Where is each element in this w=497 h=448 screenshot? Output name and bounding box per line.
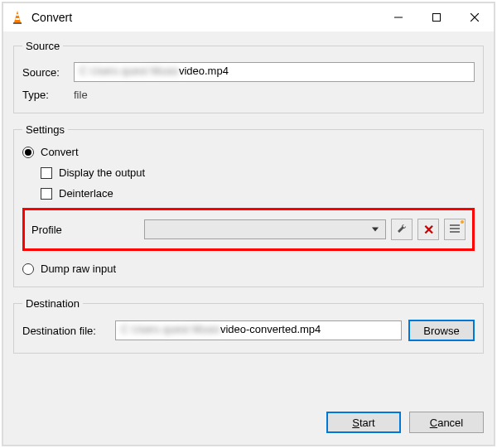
svg-marker-0 [14, 11, 21, 22]
source-group: Source Source: C Users quest Music video… [13, 40, 484, 113]
type-label: Type: [22, 89, 74, 101]
dialog-body: Source Source: C Users quest Music video… [3, 31, 494, 412]
list-new-icon [449, 223, 461, 237]
source-legend: Source [22, 40, 63, 52]
profile-combo[interactable] [144, 219, 386, 239]
display-output-checkbox[interactable] [41, 167, 52, 179]
browse-label: Browse [423, 325, 459, 337]
close-button[interactable] [456, 3, 494, 31]
edit-profile-button[interactable] [391, 219, 413, 240]
convert-label: Convert [41, 146, 79, 158]
deinterlace-checkbox[interactable] [41, 188, 52, 200]
destination-file-input[interactable]: C Users quest Music video-converted.mp4 [115, 320, 402, 340]
vlc-icon [10, 10, 25, 25]
new-profile-button[interactable] [444, 219, 466, 240]
convert-dialog: Convert Source Source: C Users quest Mus… [2, 2, 495, 446]
deinterlace-label: Deinterlace [59, 187, 113, 200]
delete-profile-button[interactable]: ✕ [417, 219, 439, 240]
new-indicator-icon [461, 220, 464, 224]
cancel-label: Cancel [430, 417, 463, 429]
profile-highlight: Profile ✕ [22, 208, 475, 251]
start-button[interactable]: Start [326, 412, 401, 433]
destination-legend: Destination [22, 297, 83, 310]
wrench-icon [396, 223, 408, 237]
type-value: file [74, 89, 88, 101]
minimize-button[interactable] [379, 3, 417, 31]
convert-radio-row[interactable]: Convert [22, 146, 475, 158]
profile-label: Profile [31, 224, 139, 236]
svg-rect-2 [16, 14, 18, 16]
destination-file-label: Destination file: [22, 325, 115, 337]
display-output-row[interactable]: Display the output [41, 166, 475, 179]
dump-radio-row[interactable]: Dump raw input [22, 263, 475, 275]
svg-rect-8 [450, 224, 460, 226]
svg-rect-10 [450, 231, 460, 233]
destination-value: video-converted.mp4 [220, 323, 321, 335]
start-label: Start [352, 417, 374, 429]
titlebar: Convert [3, 3, 494, 31]
dump-radio[interactable] [22, 263, 34, 275]
dialog-footer: Start Cancel [3, 412, 494, 445]
svg-rect-5 [433, 14, 441, 22]
source-label: Source: [22, 66, 74, 79]
browse-button[interactable]: Browse [408, 320, 475, 341]
settings-group: Settings Convert Display the output Dein… [13, 123, 484, 287]
source-value: video.mp4 [179, 65, 229, 77]
x-icon: ✕ [423, 222, 434, 238]
display-output-label: Display the output [59, 166, 145, 179]
cancel-button[interactable]: Cancel [409, 412, 484, 433]
svg-rect-9 [450, 228, 460, 229]
convert-radio[interactable] [22, 147, 34, 158]
settings-legend: Settings [22, 123, 68, 136]
dump-label: Dump raw input [41, 263, 116, 275]
window-controls [379, 3, 494, 31]
destination-group: Destination Destination file: C Users qu… [13, 297, 484, 354]
svg-rect-1 [13, 22, 22, 24]
maximize-button[interactable] [417, 3, 456, 31]
deinterlace-row[interactable]: Deinterlace [41, 187, 475, 200]
source-input[interactable]: C Users quest Music video.mp4 [74, 62, 475, 82]
svg-rect-3 [16, 18, 20, 20]
window-title: Convert [31, 11, 379, 24]
